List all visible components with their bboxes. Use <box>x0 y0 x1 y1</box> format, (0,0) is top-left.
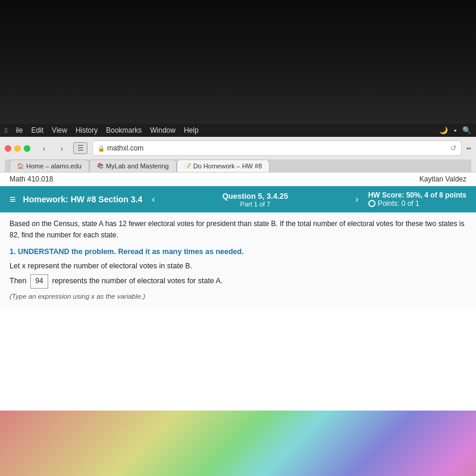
menu-help[interactable]: Help <box>184 126 199 134</box>
menu-history[interactable]: History <box>76 126 98 134</box>
step1-answer-box[interactable]: 94 <box>30 274 48 288</box>
step1-suffix: represents the number of electoral votes… <box>52 277 223 285</box>
menu-apple:  <box>5 126 7 134</box>
menu-bookmarks[interactable]: Bookmarks <box>106 126 142 134</box>
menu-view[interactable]: View <box>52 126 67 134</box>
address-bar[interactable]: 🔒 mathxl.com ↺ <box>92 140 462 156</box>
hw-title: Homework: HW #8 Section 3.4 <box>23 195 143 204</box>
tab-mylab-favicon: 📚 <box>97 163 104 169</box>
tab-home-label: Home – alamo.edu <box>26 162 82 170</box>
step1-label: 1. UNDERSTAND the problem. Reread it as … <box>10 246 466 258</box>
tab-home[interactable]: 🏠 Home – alamo.edu <box>10 159 89 172</box>
tab-homework-label: Do Homework – HW #8 <box>193 162 262 170</box>
tab-home-favicon: 🏠 <box>17 163 24 169</box>
menu-bar-left:  ile Edit View History Bookmarks Window… <box>5 126 199 134</box>
tab-homework-favicon: 📝 <box>184 163 191 169</box>
traffic-lights <box>5 145 30 152</box>
browser-right-icons: ▪▪ <box>466 145 471 152</box>
minimize-button[interactable] <box>14 145 21 152</box>
menu-edit[interactable]: Edit <box>31 126 43 134</box>
wifi-icon: ▪ <box>454 126 456 134</box>
forward-button[interactable]: › <box>55 142 68 155</box>
menu-file[interactable]: ile <box>15 126 23 134</box>
tab-mylab[interactable]: 📚 MyLab and Mastering <box>89 159 177 172</box>
fullscreen-button[interactable] <box>24 145 30 152</box>
search-menu-icon[interactable]: 🔍 <box>462 126 471 134</box>
hw-header: ≡ Homework: HW #8 Section 3.4 ‹ Question… <box>0 186 476 212</box>
hw-score-label: HW Score: 50%, 4 of 8 points <box>368 191 466 199</box>
site-top-bar: Math 410.018 Kaytlan Valdez <box>0 173 476 186</box>
hw-next-button[interactable]: › <box>353 194 361 205</box>
menu-window[interactable]: Window <box>150 126 176 134</box>
step1-hint: (Type an expression using x as the varia… <box>10 291 466 302</box>
step1-line2: Then 94 represents the number of elector… <box>10 274 466 288</box>
moon-icon: 🌙 <box>439 126 448 134</box>
url-text: mathxl.com <box>107 144 143 152</box>
refresh-icon[interactable]: ↺ <box>450 144 456 152</box>
menu-bar-right: 🌙 ▪ 🔍 <box>439 126 471 134</box>
extensions-icon[interactable]: ▪▪ <box>466 145 471 152</box>
macos-menu-bar:  ile Edit View History Bookmarks Window… <box>0 124 476 137</box>
user-name: Kaytlan Valdez <box>419 175 466 183</box>
points-circle-icon <box>368 200 375 207</box>
hw-menu-icon[interactable]: ≡ <box>10 193 16 206</box>
hw-points-label: Points: 0 of 1 <box>378 199 419 208</box>
hw-score-info: HW Score: 50%, 4 of 8 points Points: 0 o… <box>368 191 466 208</box>
browser-controls: ‹ › ☰ 🔒 mathxl.com ↺ ▪▪ <box>5 140 471 156</box>
close-button[interactable] <box>5 145 11 152</box>
hw-points-row: Points: 0 of 1 <box>368 199 466 208</box>
tab-mylab-label: MyLab and Mastering <box>106 162 169 170</box>
back-button[interactable]: ‹ <box>37 142 51 155</box>
hw-part-label: Part 1 of 7 <box>165 201 346 208</box>
course-title: Math 410.018 <box>10 175 53 183</box>
colorful-background <box>0 411 476 476</box>
page-content: Math 410.018 Kaytlan Valdez ≡ Homework: … <box>0 173 476 411</box>
hw-prev-button[interactable]: ‹ <box>149 194 157 205</box>
tab-homework[interactable]: 📝 Do Homework – HW #8 <box>177 159 270 172</box>
reader-mode-button[interactable]: ☰ <box>73 142 87 154</box>
dark-background:  ile Edit View History Bookmarks Window… <box>0 0 476 137</box>
step1-prefix: Then <box>10 277 27 285</box>
problem-area: Based on the Census, state A has 12 fewe… <box>0 212 476 308</box>
browser-chrome: ‹ › ☰ 🔒 mathxl.com ↺ ▪▪ 🏠 Home – alamo.e… <box>0 137 476 173</box>
lock-icon: 🔒 <box>98 145 105 152</box>
hw-question-info: Question 5, 3.4.25 Part 1 of 7 <box>165 192 346 208</box>
step1-line1: Let x represent the number of electoral … <box>10 260 466 272</box>
tabs-bar: 🏠 Home – alamo.edu 📚 MyLab and Mastering… <box>5 159 471 172</box>
browser-window: ‹ › ☰ 🔒 mathxl.com ↺ ▪▪ 🏠 Home – alamo.e… <box>0 137 476 411</box>
problem-question: Based on the Census, state A has 12 fewe… <box>10 218 466 241</box>
hw-question-label: Question 5, 3.4.25 <box>165 192 346 201</box>
